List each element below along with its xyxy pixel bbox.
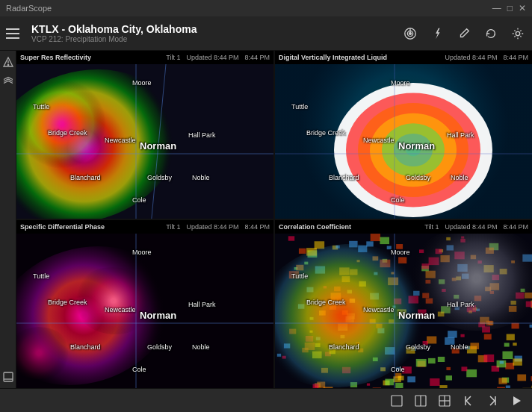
next-button[interactable] bbox=[484, 393, 501, 409]
prev-button[interactable] bbox=[460, 393, 477, 409]
titlebar: RadarScope — □ ✕ bbox=[0, 0, 532, 16]
radar-icon[interactable] bbox=[402, 25, 418, 42]
svg-rect-10 bbox=[392, 396, 402, 406]
svg-marker-18 bbox=[513, 396, 521, 405]
svg-point-4 bbox=[516, 31, 519, 35]
panel-cc-title: Correlation Coefficient bbox=[279, 223, 351, 231]
panel-reflectivity-header: Super Res Reflectivity Tilt 1 Updated 8:… bbox=[16, 51, 273, 64]
maximize-button[interactable]: □ bbox=[507, 3, 513, 13]
settings-icon[interactable] bbox=[510, 25, 526, 42]
panel-kdp-header: Specific Differential Phase Tilt 1 Updat… bbox=[16, 220, 273, 234]
cc-canvas[interactable] bbox=[275, 234, 532, 388]
panel-reflectivity-title: Super Res Reflectivity bbox=[20, 54, 91, 61]
main-radar-area: Super Res Reflectivity Tilt 1 Updated 8:… bbox=[16, 51, 532, 388]
pen-icon[interactable] bbox=[456, 25, 472, 42]
panel-dvil-header: Digital Vertically Integrated Liquid Upd… bbox=[275, 51, 532, 64]
sidebar-alert-icon[interactable] bbox=[1, 55, 15, 69]
panel-reflectivity-time: 8:44 PM bbox=[244, 54, 270, 61]
panel-cc: Correlation Coefficient Tilt 1 Updated 8… bbox=[275, 220, 532, 388]
station-sub: VCP 212: Precipitation Mode bbox=[31, 35, 402, 43]
panel-dvil: Digital Vertically Integrated Liquid Upd… bbox=[275, 51, 532, 219]
dvil-color-scale bbox=[279, 213, 528, 217]
panel-cc-time: 8:44 PM bbox=[503, 223, 528, 231]
kdp-color-scale bbox=[20, 382, 270, 387]
dual-pane-button[interactable] bbox=[412, 393, 429, 409]
quad-pane-button[interactable] bbox=[436, 393, 453, 409]
play-button[interactable] bbox=[508, 393, 525, 409]
sidebar-layers-icon[interactable] bbox=[1, 75, 15, 88]
station-name: KTLX - Oklahoma City, Oklahoma bbox=[31, 23, 402, 35]
panel-dvil-time: 8:44 PM bbox=[503, 54, 528, 61]
minimize-button[interactable]: — bbox=[492, 3, 501, 13]
panel-reflectivity-updated: Updated 8:44 PM bbox=[186, 54, 238, 61]
single-pane-button[interactable] bbox=[389, 393, 405, 409]
sidebar-bottom-icon[interactable] bbox=[1, 370, 15, 384]
panel-kdp-title: Specific Differential Phase bbox=[20, 223, 105, 231]
panel-kdp-updated: Updated 8:44 PM bbox=[186, 223, 238, 231]
window-controls: — □ ✕ bbox=[492, 3, 526, 13]
panel-reflectivity-meta: Tilt 1 Updated 8:44 PM 8:44 PM bbox=[166, 54, 270, 61]
header-actions bbox=[402, 25, 526, 42]
kdp-canvas[interactable] bbox=[16, 234, 273, 388]
menu-icon[interactable] bbox=[6, 25, 24, 43]
reflectivity-color-scale bbox=[20, 213, 270, 217]
panel-kdp-meta: Tilt 1 Updated 8:44 PM 8:44 PM bbox=[166, 223, 270, 231]
panel-kdp-tilt: Tilt 1 bbox=[166, 223, 180, 231]
panel-cc-header: Correlation Coefficient Tilt 1 Updated 8… bbox=[275, 220, 532, 234]
panel-kdp-time: 8:44 PM bbox=[244, 223, 270, 231]
header: KTLX - Oklahoma City, Oklahoma VCP 212: … bbox=[0, 16, 532, 51]
panel-cc-tilt: Tilt 1 bbox=[424, 223, 439, 231]
panel-dvil-meta: Updated 8:44 PM 8:44 PM bbox=[445, 54, 528, 61]
svg-rect-8 bbox=[4, 372, 13, 381]
panel-cc-meta: Tilt 1 Updated 8:44 PM 8:44 PM bbox=[424, 223, 528, 231]
bottom-toolbar bbox=[0, 388, 532, 412]
reflectivity-canvas[interactable] bbox=[16, 64, 273, 219]
panel-reflectivity: Super Res Reflectivity Tilt 1 Updated 8:… bbox=[16, 51, 273, 219]
dvil-canvas[interactable] bbox=[275, 64, 532, 219]
panel-kdp: Specific Differential Phase Tilt 1 Updat… bbox=[16, 220, 273, 388]
panel-dvil-updated: Updated 8:44 PM bbox=[445, 54, 497, 61]
panel-dvil-title: Digital Vertically Integrated Liquid bbox=[279, 54, 387, 61]
panel-cc-updated: Updated 8:44 PM bbox=[445, 223, 497, 231]
close-button[interactable]: ✕ bbox=[519, 3, 526, 13]
station-info: KTLX - Oklahoma City, Oklahoma VCP 212: … bbox=[31, 23, 402, 43]
panel-reflectivity-tilt: Tilt 1 bbox=[166, 54, 180, 61]
cc-color-scale bbox=[279, 382, 528, 387]
svg-point-7 bbox=[7, 64, 8, 65]
app-title: RadarScope bbox=[6, 4, 52, 13]
sidebar bbox=[0, 51, 16, 388]
refresh-icon[interactable] bbox=[483, 25, 499, 42]
lightning-icon[interactable] bbox=[429, 25, 445, 42]
